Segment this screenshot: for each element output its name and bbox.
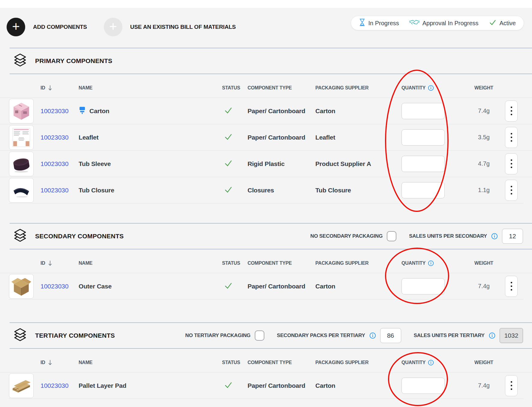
table-row: 10023030 Pallet Layer Pad Paper/ Cartonb…	[0, 372, 532, 399]
component-id-link[interactable]: 10023030	[41, 160, 68, 167]
no-secondary-packaging-control: NO SECONDARY PACKAGING	[310, 231, 396, 241]
component-name: Pallet Layer Pad	[79, 382, 126, 389]
hourglass-icon	[359, 18, 365, 28]
check-icon	[489, 19, 497, 28]
table-row: 10023030 Leaflet Paper/ Cartonboard Leaf…	[0, 124, 532, 150]
component-name: Outer Case	[79, 283, 112, 290]
layers-icon	[14, 327, 27, 344]
plus-icon: +	[12, 20, 20, 33]
use-existing-bom-button[interactable]: +	[104, 18, 122, 36]
packaging-supplier: Tub Closure	[315, 187, 401, 194]
row-actions-menu-button[interactable]	[505, 276, 518, 297]
column-header-component-type: COMPONENT TYPE	[248, 85, 315, 91]
primary-components-table: 10023030 Carton Paper/ Cartonboard Carto…	[0, 98, 532, 203]
column-header-weight: WEIGHT	[468, 360, 500, 365]
component-id-link[interactable]: 10023030	[41, 382, 68, 389]
info-icon[interactable]	[489, 332, 495, 339]
info-icon[interactable]	[369, 332, 376, 339]
column-header-component-type: COMPONENT TYPE	[248, 261, 315, 266]
secondary-table-header: ID NAME STATUS COMPONENT TYPE PACKAGING …	[0, 249, 532, 273]
row-actions-menu-button[interactable]	[505, 375, 518, 396]
column-header-packaging-supplier: PACKAGING SUPPLIER	[315, 261, 401, 266]
secondary-packs-per-tertiary-input[interactable]	[380, 328, 401, 343]
quantity-input[interactable]	[401, 103, 445, 119]
primary-section-header: PRIMARY COMPONENTS	[0, 48, 532, 74]
secondary-section-header: SECONDARY COMPONENTS NO SECONDARY PACKAG…	[0, 224, 532, 249]
use-existing-bom-label: USE AN EXISTING BILL OF MATERIALS	[130, 24, 236, 30]
plus-icon: +	[109, 20, 117, 33]
status-active-icon	[224, 186, 233, 195]
secondary-packs-per-tertiary-label: SECONDARY PACKS PER TERTIARY	[277, 333, 365, 339]
packaging-supplier: Carton	[315, 283, 401, 290]
table-row: 10023030 Tub Closure Closures Tub Closur…	[0, 177, 532, 203]
sales-units-per-secondary-input[interactable]	[502, 229, 523, 244]
column-header-name: NAME	[79, 360, 222, 365]
tertiary-section-title: TERTIARY COMPONENTS	[35, 332, 115, 339]
column-header-id[interactable]: ID	[41, 85, 79, 91]
component-name: Tub Closure	[79, 187, 114, 194]
component-type: Paper/ Cartonboard	[248, 283, 315, 290]
component-id-link[interactable]: 10023030	[41, 107, 68, 114]
secondary-section-title: SECONDARY COMPONENTS	[35, 233, 124, 240]
add-components-label: ADD COMPONENTS	[33, 24, 87, 30]
bill-of-materials-page: + ADD COMPONENTS + USE AN EXISTING BILL …	[0, 0, 532, 407]
tertiary-section-header: TERTIARY COMPONENTS NO TERTIARY PACKAGIN…	[0, 323, 532, 348]
packaging-supplier: Product Supplier A	[315, 160, 401, 167]
packaging-supplier: Leaflet	[315, 134, 401, 141]
legend-active: Active	[489, 19, 516, 28]
row-actions-menu-button[interactable]	[505, 101, 518, 122]
quantity-input[interactable]	[401, 156, 445, 172]
primary-section-title: PRIMARY COMPONENTS	[35, 57, 112, 65]
component-type: Paper/ Cartonboard	[248, 382, 315, 389]
info-icon[interactable]	[428, 85, 434, 91]
column-header-id[interactable]: ID	[41, 260, 79, 266]
quantity-input[interactable]	[401, 378, 445, 394]
top-strip	[0, 0, 532, 8]
component-type: Closures	[248, 187, 315, 194]
no-secondary-packaging-checkbox[interactable]	[387, 231, 396, 241]
status-active-icon	[224, 282, 233, 291]
secondary-packs-per-tertiary-control: SECONDARY PACKS PER TERTIARY	[277, 328, 401, 343]
info-icon[interactable]	[428, 360, 434, 366]
divider	[9, 399, 524, 399]
component-name: Leaflet	[79, 134, 98, 141]
weight-value: 3.5g	[468, 134, 500, 141]
column-header-id[interactable]: ID	[41, 360, 79, 366]
sort-down-icon	[48, 85, 53, 91]
legend-in-progress: In Progress	[359, 18, 399, 28]
legend-approval-in-progress: Approval In Progress	[409, 19, 479, 28]
primary-table-header: ID NAME STATUS COMPONENT TYPE PACKAGING …	[0, 74, 532, 98]
quantity-input[interactable]	[401, 278, 445, 294]
tub-closure-thumbnail	[9, 178, 34, 203]
sales-units-per-tertiary-control: SALES UNITS PER TERTIARY 1032	[414, 328, 523, 343]
row-actions-menu-button[interactable]	[505, 153, 518, 174]
quantity-input[interactable]	[401, 182, 445, 198]
add-components-button[interactable]: +	[7, 18, 25, 36]
sales-units-per-secondary-label: SALES UNITS PER SECONDARY	[409, 233, 487, 239]
quantity-input[interactable]	[401, 129, 445, 146]
secondary-components-table: 10023030 Outer Case Paper/ Cartonboard C…	[0, 273, 532, 299]
tertiary-components-table: 10023030 Pallet Layer Pad Paper/ Cartonb…	[0, 372, 532, 399]
component-id-link[interactable]: 10023030	[41, 187, 68, 194]
component-id-link[interactable]: 10023030	[41, 283, 68, 290]
info-icon[interactable]	[428, 260, 434, 266]
column-header-quantity: QUANTITY	[401, 260, 468, 266]
no-tertiary-packaging-checkbox[interactable]	[255, 330, 264, 341]
row-actions-menu-button[interactable]	[505, 127, 518, 148]
column-header-weight: WEIGHT	[468, 261, 500, 266]
component-id-link[interactable]: 10023030	[41, 134, 68, 141]
sales-units-per-tertiary-value: 1032	[500, 328, 523, 343]
tertiary-table-header: ID NAME STATUS COMPONENT TYPE PACKAGING …	[0, 349, 532, 372]
column-header-quantity: QUANTITY	[401, 360, 468, 366]
sales-units-per-tertiary-label: SALES UNITS PER TERTIARY	[414, 333, 485, 339]
tub-sleeve-thumbnail	[9, 152, 34, 176]
component-type: Rigid Plastic	[248, 160, 315, 167]
column-header-packaging-supplier: PACKAGING SUPPLIER	[315, 85, 401, 91]
info-icon[interactable]	[491, 233, 498, 240]
pallet-pad-thumbnail	[9, 373, 34, 398]
row-actions-menu-button[interactable]	[505, 180, 518, 201]
status-active-icon	[224, 107, 233, 116]
sort-down-icon	[48, 360, 53, 366]
packaging-supplier: Carton	[315, 382, 401, 389]
sales-units-per-secondary-control: SALES UNITS PER SECONDARY	[409, 229, 523, 244]
